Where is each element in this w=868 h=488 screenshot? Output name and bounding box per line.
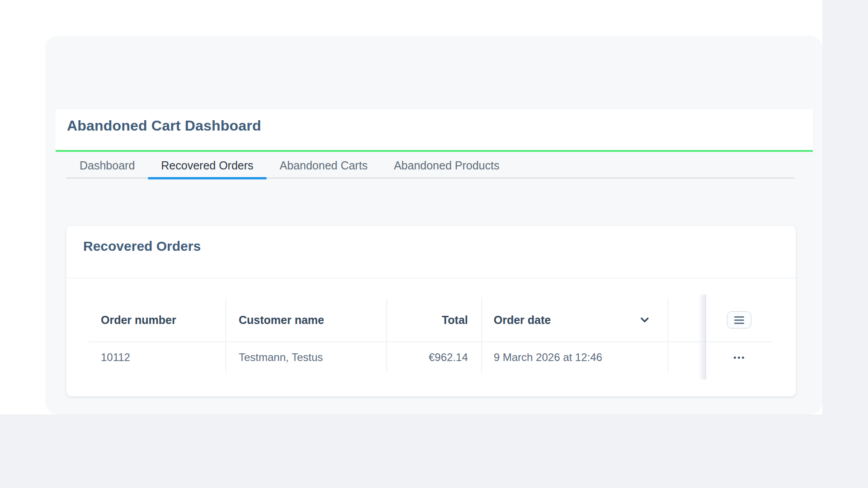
- cell-actions: [706, 342, 772, 373]
- page-title: Abandoned Cart Dashboard: [67, 118, 261, 133]
- cell-spacer: [668, 342, 706, 373]
- recovered-orders-card: Recovered Orders Order number Customer n…: [66, 226, 796, 396]
- cell-total: €962.14: [387, 342, 481, 373]
- header-band: Abandoned Cart Dashboard: [56, 109, 813, 150]
- dashboard-container: Abandoned Cart Dashboard Dashboard Recov…: [45, 36, 822, 414]
- card-divider: [66, 278, 796, 278]
- column-header-total: Total: [387, 298, 481, 342]
- cell-customer-name: Testmann, Testus: [226, 342, 387, 373]
- tab-label: Dashboard: [80, 159, 135, 172]
- actions-column-header: [706, 298, 772, 342]
- tab-dashboard[interactable]: Dashboard: [66, 153, 148, 178]
- recovered-orders-table: Order number Customer name Total Order d…: [88, 298, 772, 373]
- card-title: Recovered Orders: [83, 239, 201, 253]
- column-header-customer-name: Customer name: [226, 298, 387, 342]
- chevron-down-icon[interactable]: [641, 317, 649, 323]
- total-value: €962.14: [429, 351, 468, 364]
- column-header-label: Order number: [101, 314, 176, 327]
- ellipsis-icon[interactable]: [731, 354, 747, 361]
- customer-name-value: Testmann, Testus: [239, 351, 323, 364]
- order-date-value: 9 March 2026 at 12:46: [494, 351, 602, 364]
- table-menu-button[interactable]: [727, 311, 751, 328]
- order-number-value: 10112: [101, 351, 130, 364]
- table-row[interactable]: 10112 Testmann, Testus €962.14 9 March 2…: [88, 342, 772, 373]
- tab-abandoned-products[interactable]: Abandoned Products: [381, 153, 513, 178]
- tab-label: Recovered Orders: [161, 159, 253, 172]
- column-header-order-number: Order number: [88, 298, 226, 342]
- tab-abandoned-carts[interactable]: Abandoned Carts: [267, 153, 381, 178]
- tab-label: Abandoned Carts: [280, 159, 368, 172]
- tab-label: Abandoned Products: [394, 159, 500, 172]
- page-background: Abandoned Cart Dashboard Dashboard Recov…: [0, 0, 868, 488]
- header-accent-line: [56, 150, 813, 152]
- spacer-column-header: [668, 298, 706, 342]
- tab-bar: Dashboard Recovered Orders Abandoned Car…: [66, 153, 795, 178]
- hamburger-menu-icon: [734, 316, 744, 318]
- cell-order-date: 9 March 2026 at 12:46: [481, 342, 668, 373]
- column-header-label: Order date: [494, 314, 551, 327]
- column-header-label: Total: [442, 314, 468, 327]
- table-header-row: Order number Customer name Total Order d…: [88, 298, 772, 342]
- column-header-order-date[interactable]: Order date: [481, 298, 668, 342]
- tab-recovered-orders[interactable]: Recovered Orders: [148, 153, 266, 178]
- cell-order-number: 10112: [88, 342, 226, 373]
- column-header-label: Customer name: [239, 314, 324, 327]
